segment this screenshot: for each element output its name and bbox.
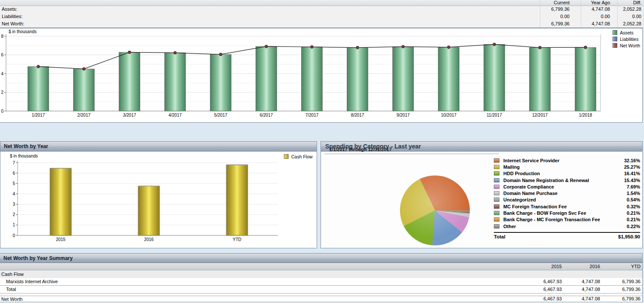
row-label: Total (6, 286, 16, 293)
pie-legend-item: Domain Name Purchase1.54% (494, 190, 640, 196)
value-2015: 6,467.93 (519, 286, 562, 293)
value-2015: 6,467.93 (519, 278, 562, 285)
pie-legend-item: Internet Service Provider32.16% (494, 157, 640, 164)
category-percentage: 25.27% (624, 164, 640, 170)
category-label: Bank Charge - BOW Foreign Svc Fee (503, 210, 627, 216)
legend-item-assets: Assets (613, 30, 640, 35)
x-axis-month-label: 1/2017 (32, 113, 45, 117)
net-worth-summary-row[interactable]: Net Worth 6,467.93 4,747.08 6,799.36 (0, 296, 642, 302)
total-value: $1,950.90 (618, 234, 640, 239)
y-axis-tick-label: 5 (12, 181, 15, 186)
value-2015: 6,467.93 (519, 296, 562, 302)
category-swatch-icon (494, 204, 499, 209)
x-axis-month-label: 5/2017 (214, 113, 228, 117)
total-row[interactable]: Total 6,467.93 4,747.08 6,799.36 (0, 286, 642, 294)
value-2016: 4,747.08 (557, 278, 600, 285)
legend-item-liabilities: Liabilities (613, 37, 640, 41)
pie-legend: Internet Service Provider32.16%Mailing25… (494, 157, 640, 229)
x-axis-month-label: 11/2017 (487, 113, 502, 117)
y-axis-tick-label: 4 (12, 192, 15, 196)
panel-title: Net Worth by Year Summary (0, 254, 642, 263)
y-axis-tick-label: 7 (12, 161, 15, 165)
monthly-bar-chart[interactable]: 024681/20172/20173/20174/20175/20176/201… (0, 28, 642, 121)
row-label: Assets: (2, 6, 17, 13)
value-ytd: 6,799.36 (598, 296, 641, 302)
assets-diff: 2,052.28 (590, 6, 641, 13)
x-axis-month-label: 6/2017 (260, 113, 273, 117)
column-header-ytd: YTD (598, 263, 641, 270)
legend-label: Assets (620, 30, 634, 35)
category-label: Domain Name Purchase (503, 191, 627, 196)
panel-header: Net Worth by Year Summary (0, 254, 642, 263)
spending-pie-chart[interactable] (321, 152, 515, 248)
summary-row-assets[interactable]: Assets: 6,799.36 4,747.08 2,052.28 (0, 6, 643, 13)
category-label: Uncategorized (503, 197, 627, 202)
category-swatch-icon (494, 191, 499, 195)
summary-column-header: 2015 2016 YTD (0, 263, 642, 270)
pie-legend-item: Corporate Compliance7.69% (494, 183, 640, 190)
y-axis-tick-label: 6 (1, 53, 3, 57)
category-label: Bank Charge - MC Foreign Transaction Fee (503, 217, 627, 222)
legend-label: Liabilities (620, 37, 638, 42)
pie-total-row: Total $1,950.90 (494, 232, 640, 239)
row-label: Net Worth: (2, 20, 24, 28)
category-swatch-icon (494, 224, 499, 229)
y-axis-tick-label: 2 (12, 212, 15, 217)
pie-legend-item: Uncategorized0.54% (494, 197, 640, 203)
summary-row-liabilities[interactable]: Liabilities: 0.00 0.00 0.00 (0, 13, 643, 20)
category-percentage: 0.32% (627, 204, 640, 209)
value-ytd: 6,799.36 (598, 286, 641, 293)
liabilities-diff: 0.00 (590, 13, 641, 20)
y-axis-tick-label: 2 (1, 90, 3, 95)
category-label: Corporate Compliance (503, 184, 627, 189)
x-axis-year-label: 2015 (56, 237, 66, 242)
value-2016: 4,747.08 (557, 296, 600, 302)
legend-label: Net Worth (620, 43, 640, 48)
category-label: MC Foreign Transaction Fee (503, 204, 627, 209)
value-ytd: 6,799.36 (598, 278, 641, 285)
column-header-2015: 2015 (519, 263, 562, 270)
column-header-diff: Diff. (590, 0, 641, 6)
category-percentage: 32.16% (624, 158, 640, 163)
total-label: Total (494, 234, 618, 239)
x-axis-month-label: 8/2017 (351, 113, 364, 117)
summary-row-net-worth[interactable]: Net Worth: 6,799.36 4,747.08 2,052.28 (0, 20, 643, 28)
category-swatch-icon (494, 198, 499, 202)
assets-swatch-icon (613, 30, 617, 35)
category-swatch-icon (494, 211, 499, 215)
x-axis-month-label: 9/2017 (397, 113, 410, 117)
x-axis-month-label: 3/2017 (123, 113, 136, 117)
account-row-marxists-internet-archive[interactable]: Marxists Internet Archive 6,467.93 4,747… (0, 278, 642, 286)
category-percentage: 0.21% (627, 217, 640, 222)
pie-legend-item: HDD Production16.41% (494, 170, 640, 177)
category-percentage: 16.41% (624, 171, 640, 176)
y-axis-tick-label: 3 (12, 202, 15, 207)
x-axis-month-label: 7/2017 (305, 113, 319, 117)
monthly-net-worth-chart-panel: $ in thousands 024681/20172/20173/20174/… (0, 28, 643, 123)
y-axis-tick-label: 1 (12, 223, 15, 227)
x-axis-year-label: YTD (233, 237, 241, 242)
pie-legend-item: Bank Charge - MC Foreign Transaction Fee… (494, 216, 640, 223)
category-swatch-icon (494, 185, 499, 189)
pie-legend-item: Mailing25.27% (494, 164, 640, 170)
net-worth-year-summary-panel: Net Worth by Year Summary 2015 2016 YTD … (0, 253, 643, 302)
panel-title: Net Worth by Year (0, 142, 317, 151)
group-row-cash-flow[interactable]: Cash Flow (0, 270, 642, 278)
category-percentage: 15.43% (624, 178, 640, 183)
chart-legend: Assets Liabilities Net Worth (613, 30, 640, 49)
net-worth-swatch-icon (613, 43, 617, 48)
y-axis-tick-label: 4 (1, 71, 3, 76)
row-label: Liabilities: (2, 13, 22, 20)
x-axis-month-label: 4/2017 (169, 113, 182, 117)
x-axis-month-label: 1/2018 (579, 113, 592, 117)
category-label: Internet Service Provider (503, 158, 624, 163)
yearly-bar-chart[interactable]: 0123456720152016YTD (0, 152, 317, 248)
category-swatch-icon (494, 178, 499, 182)
category-swatch-icon (494, 217, 499, 222)
category-swatch-icon (494, 158, 499, 163)
net-worth-by-year-panel: Net Worth by Year $ in thousands Cash Fl… (0, 141, 317, 248)
pie-legend-item: Domain Name Registration & Renewal15.43% (494, 177, 640, 183)
y-axis-tick-label: 8 (1, 34, 3, 39)
account-summary-table: Current Year Ago Diff. Assets: 6,799.36 … (0, 0, 643, 28)
x-axis-year-label: 2016 (144, 237, 154, 242)
